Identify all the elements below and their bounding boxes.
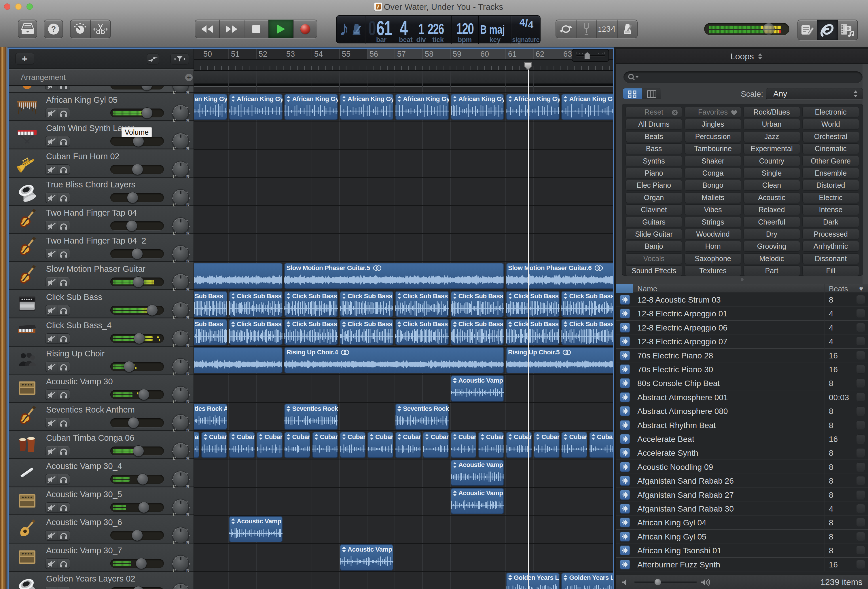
svg-text:?: ? <box>51 25 56 33</box>
